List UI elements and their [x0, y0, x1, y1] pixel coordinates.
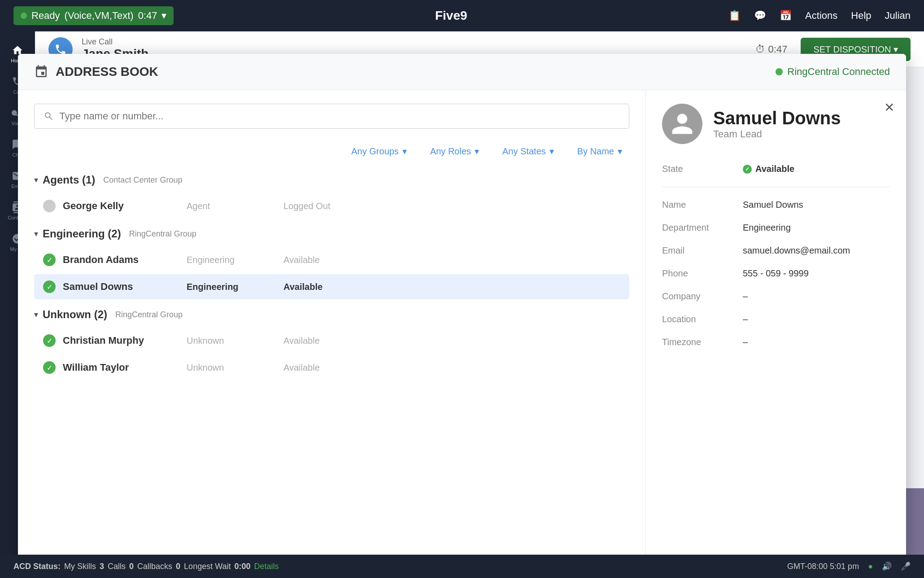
filter-bar: Any Groups ▾ Any Roles ▾ Any States ▾ By… [34, 142, 629, 160]
chevron-down-icon: ▾ [161, 10, 166, 22]
address-book-modal: ADDRESS BOOK RingCentral Connected Any G… [18, 54, 906, 560]
filter-sort[interactable]: By Name ▾ [570, 142, 629, 160]
address-book-icon [34, 65, 48, 79]
company-value: – [743, 285, 890, 308]
location-label: Location [662, 308, 743, 331]
avatar [662, 104, 702, 144]
live-call-label: Live Call [82, 37, 755, 47]
contact-details-table: State ✓ Available Name Samuel Downs Depa… [662, 158, 890, 354]
user-menu[interactable]: Julian [885, 10, 911, 22]
state-value: ✓ Available [743, 158, 890, 180]
agent-row[interactable]: ✓ William Taylor Unknown Available [34, 355, 629, 380]
filter-states[interactable]: Any States ▾ [495, 142, 561, 160]
available-status-icon: ✓ [43, 334, 56, 347]
chevron-down-icon: ▾ [34, 175, 38, 185]
ringcentral-connected-icon [776, 68, 783, 75]
group-agents-header[interactable]: ▾ Agents (1) Contact Center Group [34, 174, 629, 186]
profile-name: Samuel Downs [713, 108, 841, 128]
live-call-timer: ⏱ 0:47 [755, 44, 787, 55]
available-status-icon: ✓ [43, 254, 56, 266]
agent-row[interactable]: ✓ Brandon Adams Engineering Available [34, 247, 629, 272]
department-value: Engineering [743, 216, 890, 239]
phone-value: 555 - 059 - 9999 [743, 262, 890, 285]
group-unknown-header[interactable]: ▾ Unknown (2) RingCentral Group [34, 308, 629, 321]
chevron-down-icon: ▾ [402, 146, 407, 157]
group-engineering-header[interactable]: ▾ Engineering (2) RingCentral Group [34, 228, 629, 240]
status-bar: ACD Status: My Skills 3 Calls 0 Callback… [0, 555, 924, 578]
close-button[interactable]: ✕ [881, 99, 897, 115]
chevron-down-icon: ▾ [475, 146, 479, 157]
details-link[interactable]: Details [254, 562, 279, 571]
modal-header: ADDRESS BOOK RingCentral Connected [18, 54, 906, 90]
state-label: State [662, 158, 743, 180]
available-status-icon: ✓ [43, 280, 56, 293]
timezone-value: – [743, 331, 890, 354]
profile-name-block: Samuel Downs Team Lead [713, 108, 841, 140]
name-label: Name [662, 193, 743, 216]
actions-menu[interactable]: Actions [805, 10, 837, 22]
calendar-icon[interactable]: 📅 [780, 10, 792, 22]
chevron-down-icon: ▾ [618, 146, 622, 157]
offline-status-icon [43, 200, 56, 212]
acd-status: ACD Status: My Skills 3 Calls 0 Callback… [13, 562, 279, 571]
search-bar [34, 104, 629, 129]
contact-detail-panel: ✕ Samuel Downs Team Lead State [646, 90, 906, 560]
notes-icon[interactable]: 📋 [728, 10, 741, 22]
chevron-down-icon: ▾ [549, 146, 554, 157]
available-status-icon: ✓ [43, 361, 56, 374]
filter-groups[interactable]: Any Groups ▾ [344, 142, 414, 160]
ready-timer: 0:47 [138, 10, 157, 22]
app-logo: Five9 [435, 9, 467, 23]
ready-dot-icon [21, 13, 27, 19]
ready-status-button[interactable]: Ready (Voice,VM,Text) 0:47 ▾ [13, 6, 174, 25]
microphone-icon[interactable]: 🎤 [901, 561, 911, 571]
email-label: Email [662, 239, 743, 262]
ringcentral-status: RingCentral Connected [776, 66, 890, 78]
modal-body: Any Groups ▾ Any Roles ▾ Any States ▾ By… [18, 90, 906, 560]
search-icon [44, 111, 54, 122]
ready-modes: (Voice,VM,Text) [65, 10, 134, 22]
chevron-down-icon: ▾ [34, 229, 38, 239]
phone-label: Phone [662, 262, 743, 285]
name-value: Samuel Downs [743, 193, 890, 216]
email-value: samuel.downs@email.com [743, 239, 890, 262]
volume-icon[interactable]: 🔊 [882, 561, 892, 571]
available-dot-icon: ✓ [743, 165, 752, 174]
company-label: Company [662, 285, 743, 308]
ready-label: Ready [31, 10, 60, 22]
timezone-label: Timezone [662, 331, 743, 354]
help-menu[interactable]: Help [851, 10, 871, 22]
chevron-down-icon: ▾ [34, 310, 38, 320]
agent-row[interactable]: George Kelly Agent Logged Out [34, 193, 629, 219]
profile-role: Team Lead [713, 128, 841, 140]
agent-row[interactable]: ✓ Samuel Downs Engineering Available [34, 274, 629, 299]
status-bar-right: GMT-08:00 5:01 pm ● 🔊 🎤 [787, 561, 911, 571]
chat-icon[interactable]: 💬 [754, 10, 766, 22]
search-input[interactable] [59, 110, 620, 122]
filter-roles[interactable]: Any Roles ▾ [423, 142, 486, 160]
connection-status-icon: ● [868, 562, 873, 571]
profile-header: Samuel Downs Team Lead [662, 104, 890, 144]
top-navigation: Ready (Voice,VM,Text) 0:47 ▾ Five9 📋 💬 📅… [0, 0, 924, 31]
modal-title: ADDRESS BOOK [34, 65, 158, 79]
address-book-left-panel: Any Groups ▾ Any Roles ▾ Any States ▾ By… [18, 90, 646, 560]
location-value: – [743, 308, 890, 331]
department-label: Department [662, 216, 743, 239]
agent-row[interactable]: ✓ Christian Murphy Unknown Available [34, 328, 629, 353]
